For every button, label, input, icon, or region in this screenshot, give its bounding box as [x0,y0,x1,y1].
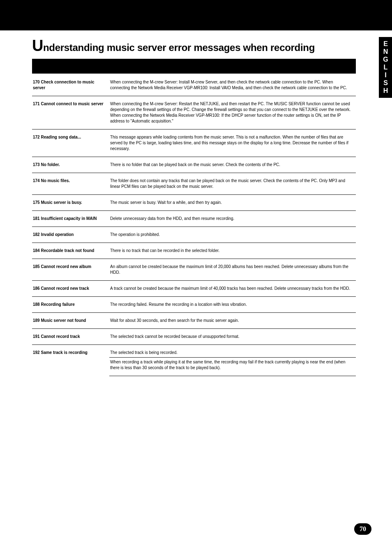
error-code: 181 Insufficient capacity in MAIN [33,216,97,221]
page-title-dropcap: U [32,37,43,55]
error-desc: The recording failed. Resume the recordi… [109,297,356,313]
error-desc: Wait for about 30 seconds, and then sear… [109,313,356,329]
language-side-tab-label: ENGLISH [382,40,389,95]
error-code: 184 Recordable track not found [33,248,94,253]
error-desc: Delete unnecessary data from the HDD, an… [109,211,356,227]
language-side-tab: ENGLISH [379,37,392,98]
error-desc: When connecting the M-crew Server: Insta… [109,74,356,96]
page-number-badge: 70 [354,523,371,535]
error-code: 171 Cannot connect to music server [33,102,104,106]
error-desc: The selected track is being recorded. [109,345,356,358]
error-desc: The selected track cannot be recorded be… [109,329,356,345]
table-row: 185 Cannot record new album An album can… [32,259,356,281]
error-code: 186 Cannot record new track [33,286,89,291]
error-desc: An album cannot be created because the m… [109,259,356,281]
table-row: 186 Cannot record new track A track cann… [32,281,356,297]
error-desc: The music server is busy. Wait for a whi… [109,195,356,211]
error-code: 188 Recording failure [33,302,75,307]
error-code: 189 Music server not found [33,318,86,323]
error-desc: The folder does not contain any tracks t… [109,173,356,195]
error-code: 182 Invalid operation [33,232,74,237]
error-code: 172 Reading song data... [33,135,81,139]
error-desc: There is no track that can be recorded i… [109,243,356,259]
table-row: 189 Music server not found Wait for abou… [32,313,356,329]
table-row: 181 Insufficient capacity in MAIN Delete… [32,211,356,227]
table-row: 174 No music files. The folder does not … [32,173,356,195]
page-number: 70 [360,525,366,533]
page-title-rest: nderstanding music server error messages… [43,42,315,53]
table-row: 173 No folder. There is no folder that c… [32,157,356,173]
error-code: 192 Same track is recording [33,350,88,355]
table-row: 192 Same track is recording The selected… [32,345,356,358]
error-desc: When recording a track while playing it … [109,358,356,376]
table-row: 171 Cannot connect to music server When … [32,96,356,129]
error-desc: The operation is prohibited. [109,227,356,243]
error-desc: A track cannot be created because the ma… [109,281,356,297]
table-row: 184 Recordable track not found There is … [32,243,356,259]
table-row: 175 Music server is busy. The music serv… [32,195,356,211]
error-code: 173 No folder. [33,162,60,167]
table-header-bar [32,59,356,74]
table-row: 182 Invalid operation The operation is p… [32,227,356,243]
error-desc: There is no folder that can be played ba… [109,157,356,173]
content-area: U nderstanding music server error messag… [32,37,356,376]
error-code: 175 Music server is busy. [33,200,82,205]
header-black-bar [0,0,392,30]
table-row: 170 Check connection to music server Whe… [32,74,356,96]
error-table: 170 Check connection to music server Whe… [32,74,356,376]
error-code: 191 Cannot record track [33,334,80,339]
page-title: U nderstanding music server error messag… [32,37,356,55]
error-code: 170 Check connection to music server [33,80,95,90]
error-code: 185 Cannot record new album [33,264,91,269]
error-code: 174 No music files. [33,178,70,183]
table-row: 172 Reading song data... This message ap… [32,129,356,157]
error-desc: This message appears while loading conte… [109,129,356,157]
table-row: 188 Recording failure The recording fail… [32,297,356,313]
page-root: ENGLISH U nderstanding music server erro… [0,0,392,557]
table-row: 191 Cannot record track The selected tra… [32,329,356,345]
error-desc: When connecting the M-crew Server: Resta… [109,96,356,129]
